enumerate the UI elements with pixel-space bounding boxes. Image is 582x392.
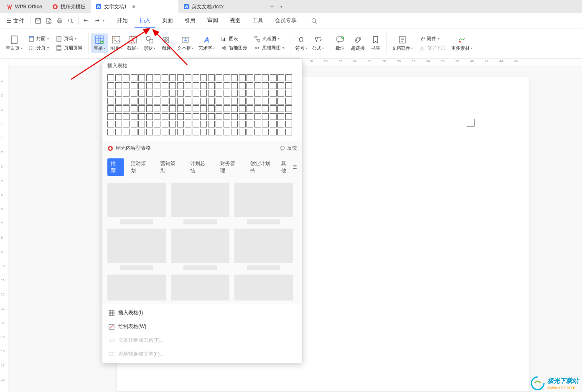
grid-cell[interactable] [216, 129, 222, 135]
grid-cell[interactable] [123, 74, 130, 81]
grid-cell[interactable] [177, 121, 184, 127]
grid-cell[interactable] [177, 129, 184, 135]
grid-cell[interactable] [224, 121, 230, 127]
grid-cell[interactable] [177, 113, 184, 120]
grid-cell[interactable] [231, 90, 238, 97]
template-card[interactable] [171, 183, 229, 224]
grid-cell[interactable] [224, 113, 230, 120]
template-tab[interactable]: 计划总结 [187, 158, 213, 176]
grid-cell[interactable] [146, 74, 153, 81]
grid-cell[interactable] [131, 129, 137, 135]
grid-cell[interactable] [216, 82, 222, 89]
grid-cell[interactable] [262, 82, 269, 89]
grid-cell[interactable] [224, 90, 230, 97]
template-tab-other[interactable]: 其他☰ [281, 160, 297, 174]
grid-cell[interactable] [115, 82, 122, 89]
cover-button[interactable]: 封面▾ [26, 35, 51, 43]
tab-page[interactable]: 页面 [157, 14, 178, 28]
grid-cell[interactable] [285, 121, 292, 127]
grid-cell[interactable] [138, 105, 145, 112]
grid-cell[interactable] [115, 105, 122, 112]
grid-cell[interactable] [216, 90, 222, 97]
grid-cell[interactable] [123, 121, 130, 127]
tab-tools[interactable]: 工具 [247, 14, 268, 28]
grid-cell[interactable] [270, 90, 277, 97]
template-card[interactable] [171, 275, 229, 300]
grid-cell[interactable] [185, 105, 191, 112]
insert-table-action[interactable]: 插入表格(I) [102, 306, 302, 320]
grid-cell[interactable] [254, 90, 261, 97]
grid-cell[interactable] [200, 121, 207, 127]
grid-cell[interactable] [107, 129, 114, 135]
grid-cell[interactable] [239, 74, 246, 81]
grid-cell[interactable] [131, 105, 137, 112]
grid-cell[interactable] [254, 82, 261, 89]
grid-cell[interactable] [146, 98, 153, 104]
grid-cell[interactable] [193, 129, 199, 135]
comment-button[interactable]: 批注 [332, 33, 348, 53]
tab-view[interactable]: 视图 [225, 14, 246, 28]
bookmark-button[interactable]: 书签 [367, 33, 384, 53]
grid-cell[interactable] [162, 105, 168, 112]
grid-cell[interactable] [162, 129, 168, 135]
table-size-grid[interactable] [102, 73, 302, 141]
grid-cell[interactable] [154, 105, 160, 112]
mindmap-button[interactable]: 思维导图▾ [252, 44, 286, 52]
tab-docer[interactable]: 找稻壳模板 [47, 0, 91, 13]
grid-cell[interactable] [169, 121, 176, 127]
grid-cell[interactable] [107, 121, 114, 127]
grid-cell[interactable] [285, 129, 292, 135]
grid-cell[interactable] [177, 98, 184, 104]
template-card[interactable] [234, 183, 293, 224]
grid-cell[interactable] [277, 98, 284, 104]
grid-cell[interactable] [285, 82, 292, 89]
grid-cell[interactable] [123, 98, 130, 104]
template-card[interactable] [107, 229, 166, 270]
grid-cell[interactable] [224, 98, 230, 104]
redo-button[interactable] [92, 16, 102, 26]
header-footer-button[interactable]: 页眉页脚 [54, 44, 84, 52]
grid-cell[interactable] [131, 82, 137, 89]
chart-button[interactable]: 图表 [219, 35, 249, 43]
grid-cell[interactable] [285, 90, 292, 97]
search-button[interactable] [309, 16, 319, 26]
grid-cell[interactable] [231, 105, 238, 112]
grid-cell[interactable] [162, 121, 168, 127]
grid-cell[interactable] [262, 129, 269, 135]
grid-cell[interactable] [193, 105, 199, 112]
grid-cell[interactable] [270, 129, 277, 135]
grid-cell[interactable] [154, 74, 160, 81]
grid-cell[interactable] [146, 82, 153, 89]
dropcap-button[interactable]: A首字下沉 [417, 44, 447, 52]
grid-cell[interactable] [115, 129, 122, 135]
file-menu[interactable]: ☰ 文件 [3, 15, 28, 26]
grid-cell[interactable] [254, 74, 261, 81]
grid-cell[interactable] [285, 98, 292, 104]
grid-cell[interactable] [277, 74, 284, 81]
grid-cell[interactable] [185, 129, 191, 135]
equation-button[interactable]: x 公式▾ [310, 33, 326, 53]
grid-cell[interactable] [254, 98, 261, 104]
grid-cell[interactable] [239, 129, 246, 135]
grid-cell[interactable] [115, 98, 122, 104]
grid-cell[interactable] [115, 113, 122, 120]
picture-button[interactable]: 图片▾ [108, 33, 125, 53]
grid-cell[interactable] [169, 74, 176, 81]
grid-cell[interactable] [270, 98, 277, 104]
grid-cell[interactable] [247, 105, 253, 112]
grid-cell[interactable] [177, 82, 184, 89]
icons-button[interactable]: 图标 [158, 33, 175, 53]
grid-cell[interactable] [262, 98, 269, 104]
page-number-button[interactable]: #页码▾ [54, 35, 84, 43]
grid-cell[interactable] [193, 82, 199, 89]
grid-cell[interactable] [162, 90, 168, 97]
grid-cell[interactable] [239, 105, 246, 112]
grid-cell[interactable] [270, 74, 277, 81]
tab-member[interactable]: 会员专享 [270, 14, 302, 28]
grid-cell[interactable] [131, 90, 137, 97]
grid-cell[interactable] [138, 82, 145, 89]
template-tab[interactable]: 财务管理 [217, 158, 243, 176]
grid-cell[interactable] [107, 105, 114, 112]
grid-cell[interactable] [247, 90, 253, 97]
template-card[interactable] [107, 183, 166, 224]
